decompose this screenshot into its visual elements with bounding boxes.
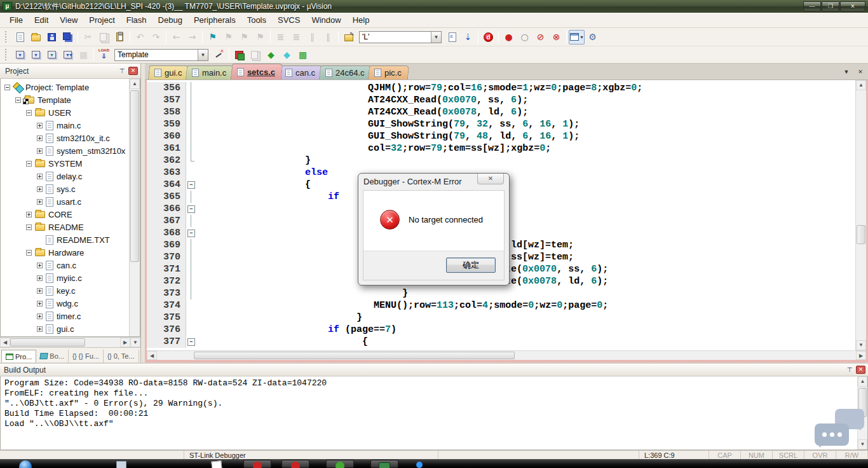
tree-item-hardware[interactable]: Hardware	[1, 246, 129, 259]
rebuild-all-button[interactable]	[44, 48, 60, 62]
scroll-left-icon[interactable]: ◀	[0, 338, 10, 347]
document-tab-setcs-c[interactable]: setcs.c	[230, 64, 283, 79]
menu-window[interactable]: Window	[306, 13, 346, 27]
tree-item-key-c[interactable]: key.c	[1, 284, 129, 297]
tree-item-sys-c[interactable]: sys.c	[1, 182, 129, 195]
tree-item-system-stm32f10x[interactable]: system_stm32f10x	[1, 144, 129, 157]
menu-edit[interactable]: Edit	[29, 13, 54, 27]
insert-breakpoint-button[interactable]: ●	[501, 30, 517, 45]
ok-button[interactable]: 确定	[446, 258, 496, 273]
menu-project[interactable]: Project	[83, 13, 120, 27]
panel-tab-books[interactable]: Bo...	[36, 350, 69, 362]
pin-icon[interactable]: ⊤	[118, 67, 126, 76]
editor-horizontal-scrollbar[interactable]: ◀ ▶	[147, 350, 866, 360]
expand-icon[interactable]	[26, 212, 32, 217]
start-button[interactable]	[19, 460, 32, 468]
scroll-thumb[interactable]	[130, 90, 139, 262]
options-for-target-button[interactable]	[211, 48, 227, 62]
tree-item-project-template[interactable]: Project: Template	[1, 81, 129, 93]
tree-item-readme[interactable]: README	[1, 221, 129, 233]
error-dialog-close-icon[interactable]: ✕	[477, 174, 504, 184]
fold-marker-icon[interactable]	[186, 179, 196, 191]
scroll-thumb[interactable]	[194, 352, 515, 359]
collapse-icon[interactable]	[26, 110, 32, 116]
toggle-bookmark-button[interactable]: ⚑	[205, 30, 220, 45]
restore-button[interactable]: ❐	[822, 1, 839, 11]
document-tab-gui-c[interactable]: gui.c	[148, 65, 190, 79]
scroll-right-icon[interactable]: ▶	[856, 351, 866, 360]
expand-icon[interactable]	[37, 199, 43, 205]
save-button[interactable]	[44, 30, 60, 45]
manage-project-items-button[interactable]	[231, 48, 247, 62]
expand-icon[interactable]	[37, 148, 43, 154]
taskbar-quicklaunch-icon[interactable]	[116, 461, 126, 468]
find-combobox-dropdown-icon[interactable]: ▼	[431, 32, 441, 43]
scroll-right-icon[interactable]: ▶	[120, 338, 130, 347]
open-file-button[interactable]	[28, 30, 44, 45]
tree-item-delay-c[interactable]: delay.c	[1, 170, 129, 182]
expand-icon[interactable]	[37, 186, 43, 192]
tools-button[interactable]: ⚙	[585, 30, 600, 45]
menu-file[interactable]: File	[4, 13, 29, 27]
fold-marker-icon[interactable]	[186, 227, 196, 239]
build-output-close-icon[interactable]: ✕	[856, 366, 865, 374]
project-tree-vertical-scrollbar[interactable]: ▲	[129, 79, 140, 336]
insert-template-button[interactable]: ◆	[279, 48, 295, 62]
taskbar-button-1[interactable]	[243, 460, 271, 468]
scroll-up-icon[interactable]: ▲	[856, 80, 866, 90]
scroll-down-icon[interactable]: ▼	[130, 338, 140, 347]
collapse-icon[interactable]	[26, 161, 32, 167]
panel-tab-project[interactable]: Pro...	[1, 350, 36, 362]
paste-button[interactable]	[112, 30, 128, 45]
taskbar-button-3[interactable]	[326, 460, 354, 468]
scroll-thumb[interactable]	[857, 225, 865, 244]
document-tab-main-c[interactable]: main.c	[186, 65, 234, 79]
expand-icon[interactable]	[37, 326, 43, 332]
tree-item-system[interactable]: SYSTEM	[1, 157, 129, 170]
pin-icon[interactable]: ⊤	[845, 366, 854, 375]
taskbar-document-icon[interactable]	[211, 460, 222, 468]
document-tab-can-c[interactable]: can.c	[279, 65, 323, 79]
minimize-button[interactable]: —	[803, 1, 821, 11]
taskbar-button-2[interactable]	[281, 460, 309, 468]
find-in-files-button[interactable]	[341, 30, 356, 45]
start-debug-session-button[interactable]: d	[480, 30, 496, 45]
find-combobox[interactable]: 'L'▼	[359, 31, 442, 43]
build-button[interactable]	[28, 48, 44, 62]
document-tab-24c64-c[interactable]: 24c64.c	[319, 65, 372, 79]
tree-item-myiic-c[interactable]: myiic.c	[1, 272, 129, 284]
taskbar-button-4[interactable]	[370, 460, 398, 468]
collapse-icon[interactable]	[26, 224, 32, 230]
incremental-find-button[interactable]: ⇣	[460, 30, 476, 45]
expand-icon[interactable]	[37, 288, 43, 294]
expand-icon[interactable]	[37, 135, 43, 141]
menu-help[interactable]: Help	[347, 13, 376, 27]
menu-debug[interactable]: Debug	[153, 13, 188, 27]
menu-view[interactable]: View	[54, 13, 83, 27]
find-button[interactable]	[444, 30, 460, 45]
tree-item-template[interactable]: Template	[1, 93, 129, 106]
expand-icon[interactable]	[37, 123, 43, 128]
collapse-icon[interactable]	[15, 97, 21, 103]
save-all-button[interactable]	[60, 30, 76, 45]
tree-item-usart-c[interactable]: usart.c	[1, 195, 129, 208]
scroll-down-icon[interactable]: ▼	[856, 340, 866, 350]
project-panel-close-icon[interactable]: ✕	[128, 67, 138, 75]
menu-peripherals[interactable]: Peripherals	[188, 13, 241, 27]
new-file-button[interactable]	[12, 30, 28, 45]
tree-item-timer-c[interactable]: timer.c	[1, 310, 129, 322]
taskbar-icon-blue[interactable]	[416, 462, 423, 468]
fold-marker-icon[interactable]	[186, 203, 196, 215]
scroll-left-icon[interactable]: ◀	[147, 351, 157, 360]
debug-windows-button[interactable]: ▾	[569, 30, 585, 45]
editor-vertical-scrollbar[interactable]: ▲ ▼	[855, 80, 866, 350]
batch-build-button[interactable]	[60, 48, 76, 62]
kill-all-breakpoints-button[interactable]: ⊗	[548, 30, 564, 45]
panel-tab-templates[interactable]: {}0, Te...	[104, 350, 139, 362]
scroll-thumb[interactable]	[10, 338, 85, 347]
tree-item-user[interactable]: USER	[1, 106, 129, 119]
menu-flash[interactable]: Flash	[121, 13, 153, 27]
panel-tab-functions[interactable]: {}{} Fu...	[69, 350, 104, 362]
collapse-icon[interactable]	[4, 85, 10, 90]
scroll-up-icon[interactable]: ▲	[130, 79, 140, 89]
